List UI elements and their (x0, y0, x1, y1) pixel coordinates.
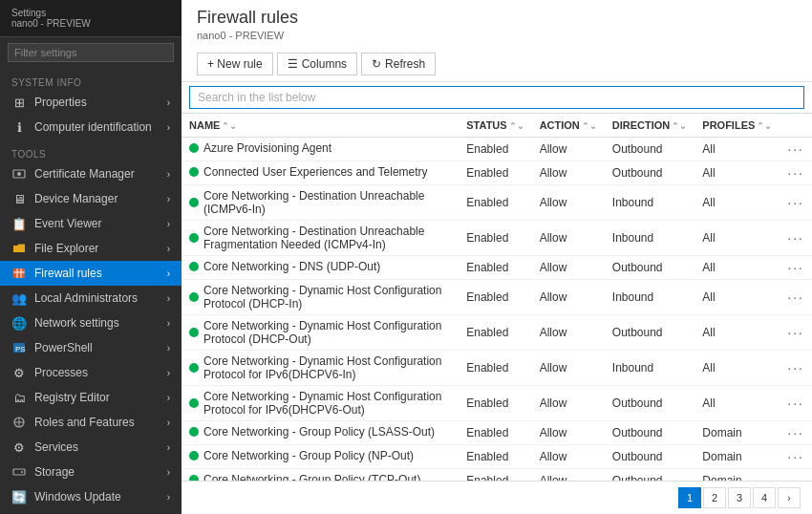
columns-button[interactable]: ☰ Columns (277, 53, 357, 75)
certificate-manager-label: Certificate Manager (34, 167, 135, 181)
filter-settings-input[interactable] (8, 43, 174, 62)
table-row[interactable]: Core Networking - Dynamic Host Configura… (182, 351, 812, 386)
cell-more[interactable]: ··· (780, 185, 812, 221)
rule-name: Core Networking - DNS (UDP-Out) (203, 260, 380, 273)
cell-name: Core Networking - Dynamic Host Configura… (182, 351, 459, 385)
col-header-status[interactable]: STATUS⌃⌄ (459, 114, 531, 138)
firewall-rules-label: Firewall rules (34, 267, 102, 280)
sidebar-item-properties[interactable]: ⊞Properties› (0, 90, 182, 115)
sidebar-item-device-manager[interactable]: 🖥Device Manager› (0, 186, 182, 211)
sidebar-item-roles-and-features[interactable]: Roles and Features› (0, 410, 182, 435)
sidebar-item-processes[interactable]: ⚙Processes› (0, 360, 182, 385)
page-btn-3[interactable]: 3 (728, 487, 751, 508)
sort-icon-direction: ⌃⌄ (672, 121, 687, 131)
cell-action: Allow (532, 256, 605, 280)
status-dot (189, 292, 199, 302)
computer-identification-icon: ℹ (11, 119, 27, 135)
status-dot (189, 198, 199, 207)
sort-icon-name: ⌃⌄ (222, 121, 237, 131)
sidebar-item-file-explorer[interactable]: File Explorer› (0, 236, 182, 261)
cell-action: Allow (532, 138, 605, 161)
table-row[interactable]: Core Networking - DNS (UDP-Out)EnabledAl… (182, 256, 812, 280)
table-row[interactable]: Core Networking - Group Policy (NP-Out)E… (182, 445, 812, 469)
processes-icon: ⚙ (11, 365, 27, 380)
cell-more[interactable]: ··· (780, 161, 812, 185)
svg-rect-11 (13, 469, 25, 475)
certificate-manager-chevron: › (167, 169, 170, 180)
rule-name: Core Networking - Dynamic Host Configura… (203, 284, 451, 311)
new-rule-button[interactable]: + New rule (197, 53, 273, 75)
status-dot (189, 167, 199, 177)
cell-direction: Outbound (605, 138, 695, 161)
sidebar-item-computer-identification[interactable]: ℹComputer identification› (0, 115, 182, 139)
file-explorer-chevron: › (167, 244, 170, 254)
firewall-rules-icon (11, 266, 27, 281)
services-chevron: › (167, 442, 170, 453)
table-row[interactable]: Core Networking - Dynamic Host Configura… (182, 315, 812, 351)
rule-name: Core Networking - Dynamic Host Configura… (203, 354, 451, 381)
cell-more[interactable]: ··· (780, 138, 812, 161)
col-header-action[interactable]: ACTION⌃⌄ (532, 114, 605, 138)
status-dot (189, 451, 199, 460)
sidebar-item-local-administrators[interactable]: 👥Local Administrators› (0, 286, 182, 311)
cell-more[interactable]: ··· (780, 351, 812, 386)
cell-status: Enabled (459, 351, 531, 386)
page-subtitle: nano0 - PREVIEW (197, 30, 797, 47)
cell-direction: Outbound (605, 469, 695, 482)
sidebar-item-network-settings[interactable]: 🌐Network settings› (0, 311, 182, 335)
sidebar-item-certificate-manager[interactable]: Certificate Manager› (0, 161, 182, 186)
powershell-label: PowerShell (34, 341, 93, 354)
certificate-manager-icon (11, 166, 27, 182)
cell-name: Core Networking - Dynamic Host Configura… (182, 315, 459, 350)
sidebar-item-powershell[interactable]: PSPowerShell› (0, 335, 182, 360)
table-row[interactable]: Azure Provisioning AgentEnabledAllowOutb… (182, 138, 812, 161)
storage-label: Storage (34, 465, 75, 479)
page-btn-4[interactable]: 4 (753, 487, 776, 508)
search-bar-container (182, 82, 812, 114)
sidebar-item-services[interactable]: ⚙Services› (0, 435, 182, 460)
cell-more[interactable]: ··· (780, 256, 812, 280)
page-btn-2[interactable]: 2 (703, 487, 726, 508)
properties-label: Properties (34, 96, 87, 109)
cell-more[interactable]: ··· (780, 445, 812, 469)
table-row[interactable]: Core Networking - Dynamic Host Configura… (182, 280, 812, 315)
col-header-profiles[interactable]: PROFILES⌃⌄ (694, 114, 780, 138)
sidebar-item-registry-editor[interactable]: 🗂Registry Editor› (0, 385, 182, 410)
list-search-input[interactable] (189, 86, 804, 109)
sidebar-item-firewall-rules[interactable]: Firewall rules› (0, 261, 182, 286)
page-btn-1[interactable]: 1 (678, 487, 701, 508)
cell-direction: Inbound (605, 221, 695, 256)
table-row[interactable]: Core Networking - Group Policy (LSASS-Ou… (182, 421, 812, 445)
cell-action: Allow (532, 315, 605, 351)
cell-more[interactable]: ··· (780, 386, 812, 421)
cell-more[interactable]: ··· (780, 221, 812, 256)
sidebar-item-storage[interactable]: Storage› (0, 460, 182, 484)
col-header-direction[interactable]: DIRECTION⌃⌄ (605, 114, 695, 138)
sidebar-item-windows-update[interactable]: 🔄Windows Update› (0, 484, 182, 509)
cell-status: Enabled (459, 386, 531, 421)
pagination-next[interactable]: › (778, 487, 801, 508)
col-header-name[interactable]: NAME⌃⌄ (182, 114, 459, 138)
cell-more[interactable]: ··· (780, 421, 812, 445)
local-administrators-label: Local Administrators (34, 291, 138, 305)
columns-icon: ☰ (288, 57, 298, 71)
rule-name: Core Networking - Destination Unreachabl… (203, 189, 451, 216)
sidebar-item-event-viewer[interactable]: 📋Event Viewer› (0, 211, 182, 236)
cell-more[interactable]: ··· (780, 315, 812, 351)
table-row[interactable]: Core Networking - Destination Unreachabl… (182, 221, 812, 256)
cell-more[interactable]: ··· (780, 469, 812, 482)
table-row[interactable]: Core Networking - Destination Unreachabl… (182, 185, 812, 221)
network-settings-label: Network settings (34, 316, 119, 330)
cell-action: Allow (532, 445, 605, 469)
cell-action: Allow (532, 386, 605, 421)
cell-profiles: Domain (694, 445, 780, 469)
cell-direction: Outbound (605, 315, 695, 351)
processes-label: Processes (34, 366, 88, 379)
table-row[interactable]: Core Networking - Dynamic Host Configura… (182, 386, 812, 421)
cell-more[interactable]: ··· (780, 280, 812, 315)
table-row[interactable]: Core Networking - Group Policy (TCP-Out)… (182, 469, 812, 482)
refresh-button[interactable]: ↻ Refresh (361, 53, 436, 75)
table-row[interactable]: Connected User Experiences and Telemetry… (182, 161, 812, 185)
toolbar: + New rule ☰ Columns ↻ Refresh (197, 47, 797, 81)
cell-profiles: All (694, 161, 780, 185)
